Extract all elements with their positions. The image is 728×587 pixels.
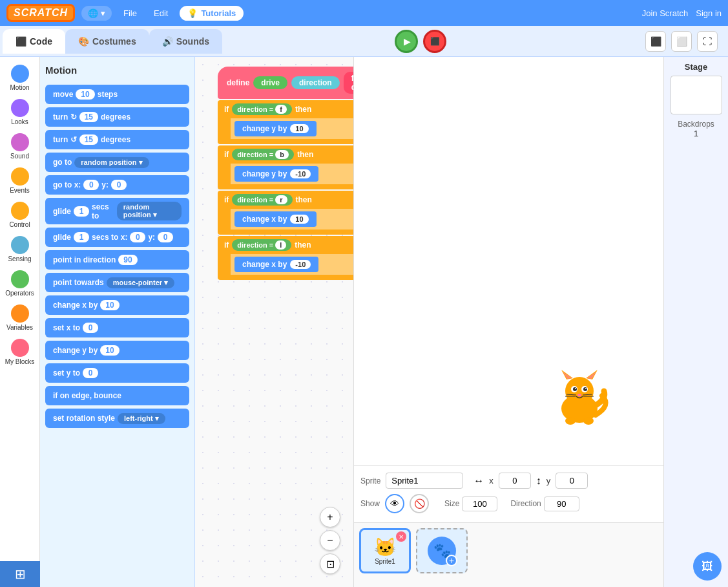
chevron-down-icon: ▾ [101,8,105,18]
category-events[interactable]: Events [2,165,38,197]
categories-panel: Motion Looks Sound Events Control Sensin… [0,57,40,587]
y-axis-icon: ↕ [536,475,541,487]
cat-sprite [547,367,612,427]
category-operators[interactable]: Operators [2,268,38,299]
move-steps-block[interactable]: move 10 steps [45,85,189,104]
if-block-2[interactable]: if direction = b then change y by -10 [218,145,353,189]
zoom-fit-button[interactable]: ⊡ [320,553,340,574]
svg-marker-4 [563,372,572,379]
green-flag-button[interactable] [395,30,418,53]
direction-input[interactable] [544,496,579,511]
fullscreen-button[interactable]: ⛶ [697,31,718,52]
sprite-label: Sprite [360,476,380,486]
myblocks-dot [11,339,29,357]
change-x-block[interactable]: change x by 10 [45,295,189,315]
set-rotation-block[interactable]: set rotation style left-right ▾ [45,409,189,428]
sprite1-name: Sprite1 [375,558,395,565]
nav-right: Join Scratch Sign in [642,8,722,18]
tab-costumes[interactable]: 🎨 Costumes [65,29,149,54]
lightbulb-icon: 💡 [187,8,198,18]
sign-in-link[interactable]: Sign in [696,8,722,18]
category-control[interactable]: Control [2,199,38,231]
set-x-block[interactable]: set x to 0 [45,318,189,337]
add-extension-button[interactable]: ⊞ [15,566,26,582]
show-button[interactable]: 👁 [385,494,404,513]
sprite1-close-button[interactable]: ✕ [396,531,406,542]
goto-xy-block[interactable]: go to x: 0 y: 0 [45,175,189,195]
svg-point-10 [575,388,576,389]
language-selector[interactable]: 🌐 ▾ [81,6,112,21]
control-dot [11,202,29,220]
x-axis-icon: ↔ [473,475,484,487]
x-coord-input[interactable] [499,473,531,489]
if-block-3[interactable]: if direction = r then change x by 10 [218,191,353,235]
glide-position-block[interactable]: glide 1 secs to random position ▾ [45,198,189,224]
category-looks[interactable]: Looks [2,96,38,128]
size-input[interactable] [462,496,497,511]
edit-menu[interactable]: Edit [149,6,173,21]
sprite1-thumb[interactable]: ✕ 🐱 Sprite1 [359,528,411,573]
set-y-block[interactable]: set y to 0 [45,363,189,383]
motion-dot [11,65,29,83]
change-y-block[interactable]: change y by 10 [45,341,189,360]
svg-point-17 [565,417,576,425]
category-variables[interactable]: Variables [2,302,38,334]
category-sound[interactable]: Sound [2,131,38,162]
category-motion[interactable]: Motion [2,62,38,94]
sprite-info-row: Sprite ↔ x ↕ y [360,473,657,489]
tab-sounds[interactable]: 🔊 Sounds [149,29,222,54]
add-sprite-button[interactable]: 🐾 + [416,528,468,573]
if-block-4[interactable]: if direction = l then change x by -10 [218,236,353,280]
svg-point-18 [583,417,594,425]
if-on-edge-block[interactable]: if on edge, bounce [45,386,189,405]
tutorials-button[interactable]: 💡 Tutorials [180,6,244,21]
large-stage-button[interactable]: ⬜ [671,31,692,52]
turn-cw-block[interactable]: turn ↻ 15 degrees [45,107,189,127]
sounds-tab-icon: 🔊 [162,36,173,47]
script-stack: define drive direction for H-drives if d… [218,67,353,280]
if-block-1[interactable]: if direction = f then change y by 10 [218,100,353,144]
point-towards-block[interactable]: point towards mouse-pointer ▾ [45,273,189,292]
svg-point-11 [585,388,587,389]
stage-backdrop-thumb[interactable] [671,76,722,114]
file-menu[interactable]: File [118,6,142,21]
svg-point-9 [583,387,587,391]
hide-button[interactable]: 🚫 [410,494,429,513]
tabs-bar: ⬛ Code 🎨 Costumes 🔊 Sounds ⬛ ⬜ ⛶ [0,26,728,57]
sprite-name-input[interactable] [386,473,463,489]
zoom-in-button[interactable]: + [320,507,340,528]
stage-panel: Sprite ↔ x ↕ y Show 👁 🚫 Size Direction [353,57,663,587]
zoom-out-button[interactable]: − [320,530,340,551]
point-direction-block[interactable]: point in direction 90 [45,250,189,270]
y-coord-input[interactable] [556,473,588,489]
tab-code[interactable]: ⬛ Code [3,29,65,54]
backdrops-label: Backdrops [678,120,714,129]
svg-point-8 [573,387,577,391]
scratch-logo[interactable]: SCRATCH [6,4,75,22]
turn-ccw-block[interactable]: turn ↺ 15 degrees [45,130,189,149]
define-block[interactable]: define drive direction for H-drives [218,67,353,99]
direction-group: Direction [510,496,579,511]
x-coord-label: x [489,476,494,486]
main-layout: Motion Looks Sound Events Control Sensin… [0,57,728,587]
stop-button[interactable] [423,30,446,53]
bottom-bar: ⊞ [0,561,40,587]
events-dot [11,167,29,186]
svg-point-12 [577,394,581,396]
goto-position-block[interactable]: go to random position ▾ [45,153,189,172]
join-scratch-link[interactable]: Join Scratch [642,8,689,18]
show-label: Show [360,499,380,508]
zoom-controls: + − ⊡ [320,507,340,574]
category-sensing[interactable]: Sensing [2,233,38,265]
category-myblocks[interactable]: My Blocks [2,336,38,368]
operators-dot [11,270,29,288]
svg-point-1 [565,377,594,405]
sprite-list: ✕ 🐱 Sprite1 🐾 + [354,522,663,587]
add-backdrop-button[interactable]: 🖼 [693,552,722,581]
small-stage-button[interactable]: ⬛ [645,31,666,52]
size-group: Size [444,496,497,511]
stage-label: Stage [685,62,707,72]
glide-xy-block[interactable]: glide 1 secs to x: 0 y: 0 [45,228,189,247]
show-row: Show 👁 🚫 Size Direction [360,494,657,513]
script-area: define drive direction for H-drives if d… [195,57,353,587]
